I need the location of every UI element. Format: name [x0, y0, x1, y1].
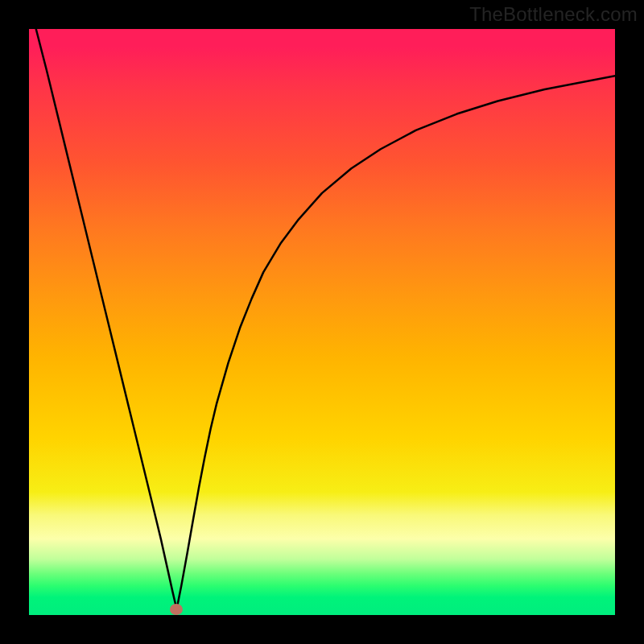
- chart-frame: TheBottleneck.com: [0, 0, 644, 644]
- gradient-background: [29, 29, 615, 615]
- plot-area: [29, 29, 615, 615]
- watermark-text: TheBottleneck.com: [469, 3, 638, 26]
